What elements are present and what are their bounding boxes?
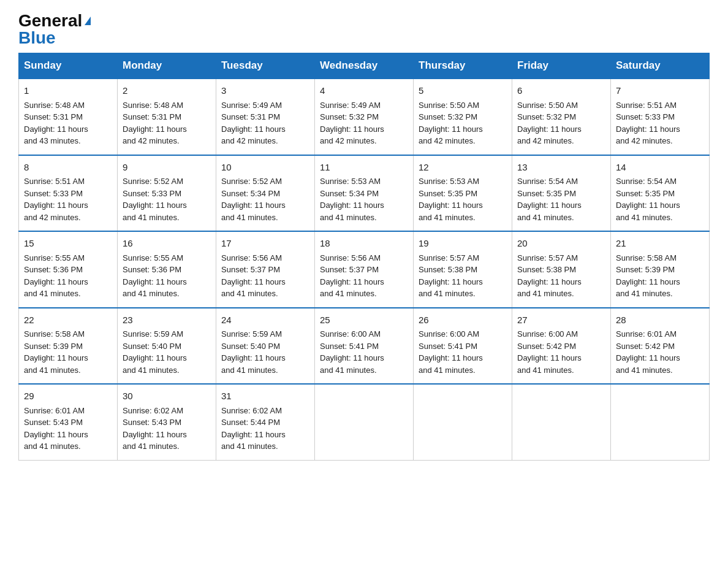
sunset-info: Sunset: 5:39 PM	[616, 265, 675, 274]
daylight-info: Daylight: 11 hoursand 41 minutes.	[517, 277, 582, 299]
sunrise-info: Sunrise: 5:52 AM	[123, 177, 183, 186]
day-number: 17	[221, 237, 309, 251]
daylight-info: Daylight: 11 hoursand 41 minutes.	[419, 353, 483, 375]
day-number: 22	[24, 313, 112, 327]
day-number: 20	[517, 237, 605, 251]
day-number: 21	[616, 237, 704, 251]
calendar-cell: 29 Sunrise: 6:01 AM Sunset: 5:43 PM Dayl…	[19, 384, 118, 460]
sunrise-info: Sunrise: 5:55 AM	[123, 253, 183, 262]
daylight-info: Daylight: 11 hoursand 42 minutes.	[616, 124, 680, 146]
day-number: 18	[320, 237, 408, 251]
daylight-info: Daylight: 11 hoursand 42 minutes.	[123, 124, 187, 146]
daylight-info: Daylight: 11 hoursand 41 minutes.	[24, 430, 88, 451]
calendar-cell: 15 Sunrise: 5:55 AM Sunset: 5:36 PM Dayl…	[19, 231, 118, 308]
sunrise-info: Sunrise: 6:01 AM	[24, 406, 85, 415]
sunset-info: Sunset: 5:33 PM	[24, 189, 83, 198]
calendar-cell: 14 Sunrise: 5:54 AM Sunset: 5:35 PM Dayl…	[611, 155, 710, 232]
weekday-header-saturday: Saturday	[611, 53, 710, 79]
day-number: 10	[221, 161, 309, 175]
sunrise-info: Sunrise: 5:51 AM	[24, 177, 85, 186]
sunset-info: Sunset: 5:35 PM	[517, 189, 576, 198]
calendar-cell: 10 Sunrise: 5:52 AM Sunset: 5:34 PM Dayl…	[216, 155, 315, 232]
day-number: 5	[419, 84, 507, 98]
sunrise-info: Sunrise: 6:02 AM	[123, 406, 183, 415]
weekday-header-row: SundayMondayTuesdayWednesdayThursdayFrid…	[19, 53, 710, 79]
day-number: 30	[123, 389, 211, 404]
weekday-header-sunday: Sunday	[19, 53, 118, 79]
daylight-info: Daylight: 11 hoursand 42 minutes.	[320, 124, 384, 146]
sunrise-info: Sunrise: 6:01 AM	[616, 329, 677, 339]
day-number: 25	[320, 313, 408, 327]
sunset-info: Sunset: 5:44 PM	[221, 418, 280, 427]
daylight-info: Daylight: 11 hoursand 42 minutes.	[517, 124, 582, 146]
weekday-header-friday: Friday	[512, 53, 611, 79]
weekday-header-monday: Monday	[118, 53, 216, 79]
day-number: 14	[616, 161, 704, 175]
sunrise-info: Sunrise: 6:02 AM	[221, 406, 282, 415]
sunset-info: Sunset: 5:42 PM	[517, 342, 576, 351]
calendar-cell: 28 Sunrise: 6:01 AM Sunset: 5:42 PM Dayl…	[611, 308, 710, 385]
daylight-info: Daylight: 11 hoursand 41 minutes.	[24, 353, 88, 375]
daylight-info: Daylight: 11 hoursand 41 minutes.	[419, 201, 483, 222]
week-row-4: 22 Sunrise: 5:58 AM Sunset: 5:39 PM Dayl…	[19, 308, 710, 385]
daylight-info: Daylight: 11 hoursand 41 minutes.	[123, 430, 187, 451]
sunrise-info: Sunrise: 5:59 AM	[123, 329, 183, 339]
logo: General Blue	[18, 12, 91, 47]
calendar-cell: 17 Sunrise: 5:56 AM Sunset: 5:37 PM Dayl…	[216, 231, 315, 308]
sunset-info: Sunset: 5:32 PM	[419, 112, 477, 121]
sunset-info: Sunset: 5:37 PM	[320, 265, 379, 274]
sunset-info: Sunset: 5:40 PM	[123, 342, 181, 351]
daylight-info: Daylight: 11 hoursand 41 minutes.	[221, 430, 286, 451]
sunrise-info: Sunrise: 5:49 AM	[320, 101, 381, 110]
logo-general: General	[18, 12, 91, 29]
sunset-info: Sunset: 5:41 PM	[320, 342, 379, 351]
day-number: 19	[419, 237, 507, 251]
calendar-cell	[611, 384, 710, 460]
day-number: 26	[419, 313, 507, 327]
sunset-info: Sunset: 5:36 PM	[123, 265, 181, 274]
daylight-info: Daylight: 11 hoursand 41 minutes.	[24, 277, 88, 299]
weekday-header-tuesday: Tuesday	[216, 53, 315, 79]
day-number: 8	[24, 161, 112, 175]
calendar-cell: 6 Sunrise: 5:50 AM Sunset: 5:32 PM Dayli…	[512, 79, 611, 155]
calendar-cell: 4 Sunrise: 5:49 AM Sunset: 5:32 PM Dayli…	[315, 79, 414, 155]
week-row-2: 8 Sunrise: 5:51 AM Sunset: 5:33 PM Dayli…	[19, 155, 710, 232]
sunrise-info: Sunrise: 5:53 AM	[320, 177, 381, 186]
logo-blue: Blue	[18, 29, 56, 47]
daylight-info: Daylight: 11 hoursand 43 minutes.	[24, 124, 88, 146]
daylight-info: Daylight: 11 hoursand 41 minutes.	[517, 353, 582, 375]
day-number: 1	[24, 84, 112, 98]
sunset-info: Sunset: 5:38 PM	[419, 265, 477, 274]
calendar-cell: 22 Sunrise: 5:58 AM Sunset: 5:39 PM Dayl…	[19, 308, 118, 385]
calendar-cell: 27 Sunrise: 6:00 AM Sunset: 5:42 PM Dayl…	[512, 308, 611, 385]
sunset-info: Sunset: 5:31 PM	[24, 112, 83, 121]
calendar-cell: 20 Sunrise: 5:57 AM Sunset: 5:38 PM Dayl…	[512, 231, 611, 308]
sunrise-info: Sunrise: 5:53 AM	[419, 177, 479, 186]
daylight-info: Daylight: 11 hoursand 41 minutes.	[320, 353, 384, 375]
sunrise-info: Sunrise: 5:52 AM	[221, 177, 282, 186]
sunset-info: Sunset: 5:34 PM	[221, 189, 280, 198]
calendar-cell	[414, 384, 512, 460]
calendar-cell: 12 Sunrise: 5:53 AM Sunset: 5:35 PM Dayl…	[414, 155, 512, 232]
day-number: 24	[221, 313, 309, 327]
sunset-info: Sunset: 5:33 PM	[616, 112, 675, 121]
sunset-info: Sunset: 5:32 PM	[320, 112, 379, 121]
week-row-5: 29 Sunrise: 6:01 AM Sunset: 5:43 PM Dayl…	[19, 384, 710, 460]
calendar-cell: 26 Sunrise: 6:00 AM Sunset: 5:41 PM Dayl…	[414, 308, 512, 385]
day-number: 16	[123, 237, 211, 251]
day-number: 2	[123, 84, 211, 98]
sunset-info: Sunset: 5:35 PM	[616, 189, 675, 198]
day-number: 11	[320, 161, 408, 175]
calendar-cell: 31 Sunrise: 6:02 AM Sunset: 5:44 PM Dayl…	[216, 384, 315, 460]
daylight-info: Daylight: 11 hoursand 41 minutes.	[419, 277, 483, 299]
sunset-info: Sunset: 5:36 PM	[24, 265, 83, 274]
sunrise-info: Sunrise: 6:00 AM	[517, 329, 578, 339]
calendar-cell: 25 Sunrise: 6:00 AM Sunset: 5:41 PM Dayl…	[315, 308, 414, 385]
calendar-cell: 21 Sunrise: 5:58 AM Sunset: 5:39 PM Dayl…	[611, 231, 710, 308]
sunrise-info: Sunrise: 5:54 AM	[517, 177, 578, 186]
sunset-info: Sunset: 5:31 PM	[221, 112, 280, 121]
day-number: 23	[123, 313, 211, 327]
day-number: 3	[221, 84, 309, 98]
day-number: 13	[517, 161, 605, 175]
sunset-info: Sunset: 5:38 PM	[517, 265, 576, 274]
